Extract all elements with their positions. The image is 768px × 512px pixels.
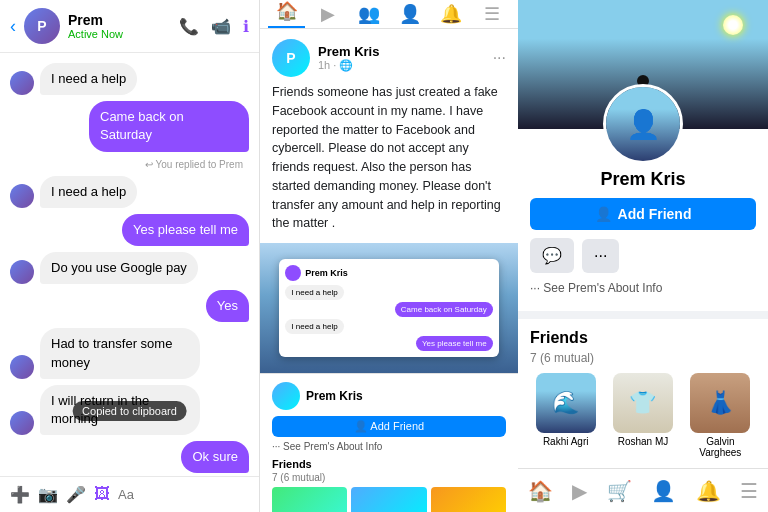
profile-cover: 👤 xyxy=(518,0,768,129)
add-friend-label: Add Friend xyxy=(618,206,692,222)
post-author-info: Prem Kris 1h · 🌐 xyxy=(318,44,485,72)
post-text: Friends someone has just created a fake … xyxy=(260,83,518,243)
list-item: Yes xyxy=(206,290,249,322)
friend-thumb-3 xyxy=(431,487,506,512)
list-item: Ok sure xyxy=(181,441,249,473)
friend-avatar-3: 👗 xyxy=(690,373,750,433)
avatar xyxy=(10,355,34,379)
bottom-profile-icon[interactable]: 👤 xyxy=(651,479,676,503)
message-button[interactable]: 💬 xyxy=(530,238,574,273)
camera-icon[interactable]: 📷 xyxy=(38,485,58,504)
avatar xyxy=(10,411,34,435)
fb-video-icon[interactable]: ▶ xyxy=(309,3,346,25)
friends-count-small: 7 (6 mutual) xyxy=(272,472,506,483)
friend-thumb-1 xyxy=(272,487,347,512)
avatar xyxy=(10,260,34,284)
see-about-link[interactable]: ··· See Prem's About Info xyxy=(530,281,756,299)
post-author-name: Prem Kris xyxy=(318,44,485,59)
table-row: Do you use Google pay xyxy=(10,252,249,284)
avatar xyxy=(10,71,34,95)
list-item: I need a help xyxy=(40,63,137,95)
preview-name: Prem Kris xyxy=(306,389,363,403)
table-row: Had to transfer some money xyxy=(10,328,249,378)
bottom-bell-icon[interactable]: 🔔 xyxy=(696,479,721,503)
post-menu-icon[interactable]: ··· xyxy=(493,49,506,67)
table-row: Ok sure xyxy=(10,441,249,473)
fb-menu-icon[interactable]: ☰ xyxy=(473,3,510,25)
table-row: Yes xyxy=(10,290,249,322)
chat-status: Active Now xyxy=(68,28,171,40)
post-time: 1h · 🌐 xyxy=(318,59,485,72)
friends-grid: 🌊 Rakhi Agri 👕 Roshan MJ 👗 Galvin Varghe… xyxy=(530,373,756,458)
friend-avatar-1: 🌊 xyxy=(536,373,596,433)
fb-profile-icon[interactable]: 👤 xyxy=(391,3,428,25)
profile-action-row: 💬 ··· xyxy=(530,238,756,273)
back-button[interactable]: ‹ xyxy=(10,16,16,37)
profile-name: Prem Kris xyxy=(530,169,756,190)
bottom-marketplace-icon[interactable]: 🛒 xyxy=(607,479,632,503)
profile-picture: 👤 xyxy=(603,84,683,164)
chat-messages-wrapper: I need a help Came back on Saturday ↩ Yo… xyxy=(0,53,259,476)
friends-label-small: Friends xyxy=(272,458,506,470)
post-screenshot: Prem Kris I need a help Came back on Sat… xyxy=(260,243,518,373)
list-item: 👕 Roshan MJ xyxy=(607,373,678,458)
call-icon[interactable]: 📞 xyxy=(179,17,199,36)
plus-icon[interactable]: ➕ xyxy=(10,485,30,504)
fb-home-icon[interactable]: 🏠 xyxy=(268,0,305,28)
list-item: Had to transfer some money xyxy=(40,328,200,378)
copied-toast: Copied to clipboard xyxy=(72,401,187,421)
table-row: Came back on Saturday xyxy=(10,101,249,151)
chat-header-info: Prem Active Now xyxy=(68,12,171,40)
more-options-button[interactable]: ··· xyxy=(582,239,619,273)
list-item: 👗 Galvin Varghees xyxy=(685,373,756,458)
table-row: Yes please tell me xyxy=(10,214,249,246)
chat-contact-name: Prem xyxy=(68,12,171,28)
friend-name-3: Galvin Varghees xyxy=(685,436,756,458)
avatar xyxy=(10,184,34,208)
friends-title: Friends xyxy=(530,329,756,347)
mic-icon[interactable]: 🎤 xyxy=(66,485,86,504)
image-icon[interactable]: 🖼 xyxy=(94,485,110,504)
table-row: I need a help xyxy=(10,176,249,208)
person-plus-icon: 👤 xyxy=(595,206,612,222)
friends-grid-small xyxy=(272,487,506,512)
bottom-video-icon[interactable]: ▶ xyxy=(572,479,587,503)
post-card: P Prem Kris 1h · 🌐 ··· Friends someone h… xyxy=(260,29,518,512)
add-friend-button[interactable]: 👤 Add Friend xyxy=(530,198,756,230)
fb-groups-icon[interactable]: 👥 xyxy=(350,3,387,25)
fb-bottom-nav: 🏠 ▶ 🛒 👤 🔔 ☰ xyxy=(518,468,768,512)
friend-thumb-2 xyxy=(351,487,426,512)
bottom-home-icon[interactable]: 🏠 xyxy=(528,479,553,503)
fb-notification-icon[interactable]: 🔔 xyxy=(432,3,469,25)
friend-name-1: Rakhi Agri xyxy=(543,436,589,447)
post-panel: 🏠 ▶ 👥 👤 🔔 ☰ P Prem Kris 1h · 🌐 ··· Frien… xyxy=(260,0,518,512)
friend-name-2: Roshan MJ xyxy=(618,436,669,447)
list-item: 🌊 Rakhi Agri xyxy=(530,373,601,458)
table-row: I need a help xyxy=(10,63,249,95)
list-item: Do you use Google pay xyxy=(40,252,198,284)
list-item: Yes please tell me xyxy=(122,214,249,246)
see-about-small[interactable]: ··· See Prem's About Info xyxy=(272,441,506,452)
chat-header: ‹ P Prem Active Now 📞 📹 ℹ xyxy=(0,0,259,53)
friend-avatar-2: 👕 xyxy=(613,373,673,433)
sun-decoration xyxy=(723,15,743,35)
post-author-avatar: P xyxy=(272,39,310,77)
chat-input-bar: ➕ 📷 🎤 🖼 😊 xyxy=(0,476,259,512)
post-header: P Prem Kris 1h · 🌐 ··· xyxy=(260,29,518,83)
bottom-menu-icon[interactable]: ☰ xyxy=(740,479,758,503)
list-item: I need a help xyxy=(40,176,137,208)
friends-section: Friends 7 (6 mutual) 🌊 Rakhi Agri 👕 Rosh… xyxy=(518,319,768,468)
post-profile-preview: Prem Kris 👤 Add Friend ··· See Prem's Ab… xyxy=(260,373,518,512)
profile-pic-inner: 👤 xyxy=(606,87,680,161)
chat-action-icons: 📞 📹 ℹ xyxy=(179,17,249,36)
info-icon[interactable]: ℹ xyxy=(243,17,249,36)
reply-indicator: ↩ You replied to Prem xyxy=(10,159,243,170)
friends-count: 7 (6 mutual) xyxy=(530,351,756,365)
profile-panel: 👤 Prem Kris 👤 Add Friend 💬 ··· ··· See P… xyxy=(518,0,768,512)
list-item: Came back on Saturday xyxy=(89,101,249,151)
add-friend-small-button[interactable]: 👤 Add Friend xyxy=(272,416,506,437)
video-icon[interactable]: 📹 xyxy=(211,17,231,36)
chat-panel: ‹ P Prem Active Now 📞 📹 ℹ I need a help … xyxy=(0,0,260,512)
chat-avatar: P xyxy=(24,8,60,44)
fb-nav: 🏠 ▶ 👥 👤 🔔 ☰ xyxy=(260,0,518,29)
